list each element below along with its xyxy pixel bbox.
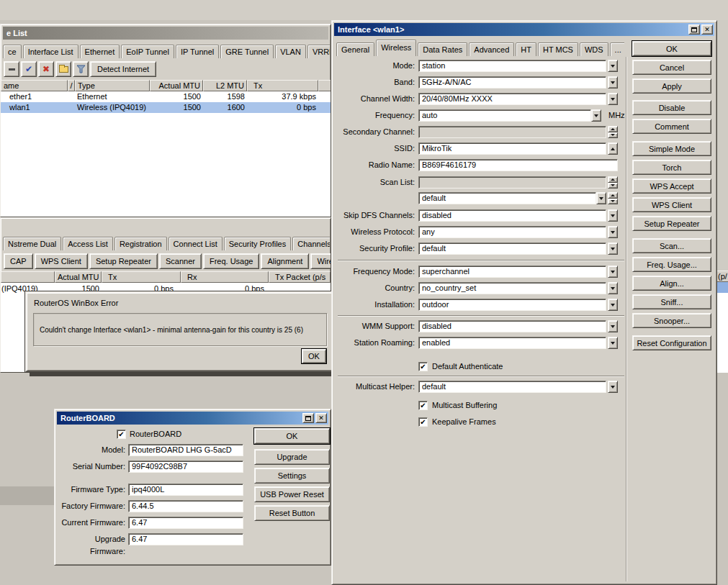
- scanner-button[interactable]: Scanner: [159, 253, 202, 269]
- secondary-channel-input[interactable]: [418, 126, 606, 138]
- tab-ht-mcs[interactable]: HT MCS: [538, 42, 578, 56]
- torch-button[interactable]: Torch: [632, 160, 711, 175]
- tab-interface[interactable]: ce: [3, 45, 22, 58]
- ssid-collapse-button[interactable]: [608, 142, 618, 155]
- setup-repeater-button[interactable]: Setup Repeater: [89, 253, 158, 269]
- security-profile-dropdown-button[interactable]: [608, 242, 618, 255]
- security-profile-input[interactable]: default: [418, 242, 606, 255]
- serial-number-field[interactable]: 99F4092C98B7: [128, 461, 243, 473]
- radio-name-input[interactable]: B869F4616179: [418, 159, 618, 171]
- wps-accept-button[interactable]: WPS Accept: [632, 178, 711, 194]
- tab-interface-list[interactable]: Interface List: [23, 45, 78, 58]
- error-ok-button[interactable]: OK: [302, 349, 326, 363]
- freq-usage-button[interactable]: Freq. Usage: [203, 253, 260, 269]
- routerboard-checkbox[interactable]: ✔: [117, 430, 126, 439]
- maximize-button[interactable]: [302, 413, 314, 423]
- table-row-wlan1-selected[interactable]: wlan1 Wireless (IPQ4019) 1500 1600 0 bps: [1, 102, 331, 113]
- wmm-support-dropdown-button[interactable]: [608, 320, 618, 332]
- keepalive-frames-checkbox[interactable]: ✔: [418, 417, 428, 427]
- factory-firmware-field[interactable]: 6.44.5: [128, 500, 243, 512]
- installation-input[interactable]: outdoor: [418, 299, 606, 311]
- column-header-tx[interactable]: Tx: [247, 80, 318, 91]
- tab-ht[interactable]: HT: [516, 42, 536, 56]
- spin-up-button[interactable]: [608, 192, 618, 199]
- frequency-input[interactable]: auto: [418, 109, 591, 122]
- column-header-l2-mtu[interactable]: L2 MTU: [203, 80, 247, 91]
- default-authenticate-checkbox[interactable]: ✔: [418, 362, 428, 371]
- cap-button[interactable]: CAP: [4, 253, 33, 269]
- column-header-type[interactable]: Type: [75, 80, 150, 91]
- frequency-dropdown-button[interactable]: [591, 109, 601, 122]
- tab-channels[interactable]: Channels: [292, 237, 330, 250]
- country-dropdown-button[interactable]: [608, 282, 618, 294]
- wireless-protocol-dropdown-button[interactable]: [608, 226, 618, 238]
- tab-more[interactable]: ...: [610, 42, 624, 56]
- wps-client-button[interactable]: WPS Client: [632, 197, 711, 212]
- tab-registration[interactable]: Registration: [114, 237, 167, 250]
- table-row-ether1[interactable]: ether1 Ethernet 1500 1598 37.9 kbps: [1, 91, 331, 102]
- spin-down-button[interactable]: [608, 183, 618, 189]
- installation-dropdown-button[interactable]: [608, 299, 618, 311]
- snooper-button[interactable]: Snooper...: [632, 313, 711, 328]
- tab-ip-tunnel[interactable]: IP Tunnel: [176, 45, 219, 58]
- detect-internet-button[interactable]: Detect Internet: [90, 61, 156, 77]
- align-button[interactable]: Align...: [632, 276, 711, 291]
- band-input[interactable]: 5GHz-A/N/AC: [418, 76, 606, 89]
- tab-ethernet[interactable]: Ethernet: [80, 45, 120, 58]
- current-firmware-field[interactable]: 6.47: [128, 517, 243, 529]
- freq-usage-button[interactable]: Freq. Usage...: [632, 257, 711, 272]
- tab-nstreme-dual[interactable]: Nstreme Dual: [3, 237, 61, 250]
- multicast-helper-dropdown-button[interactable]: [608, 381, 618, 393]
- comment-button[interactable]: Comment: [632, 119, 711, 134]
- spin-down-button[interactable]: [608, 199, 618, 205]
- wireless-protocol-input[interactable]: any: [418, 226, 606, 238]
- column-header-actual-mtu[interactable]: Actual MTU: [150, 80, 203, 91]
- wlan-titlebar[interactable]: Interface <wlan1> ✕: [334, 23, 714, 36]
- reset-button-button[interactable]: Reset Button: [254, 505, 330, 521]
- tab-access-list[interactable]: Access List: [63, 237, 113, 250]
- scan-button[interactable]: Scan...: [632, 238, 711, 253]
- reset-configuration-button[interactable]: Reset Configuration: [632, 335, 711, 350]
- close-button[interactable]: ✕: [315, 413, 327, 423]
- routerboard-ok-button[interactable]: OK: [254, 428, 330, 444]
- model-field[interactable]: RouterBOARD LHG G-5acD: [128, 444, 243, 456]
- remove-button[interactable]: [4, 61, 19, 77]
- country-input[interactable]: no_country_set: [418, 282, 606, 294]
- column-header-name[interactable]: ame: [1, 80, 68, 91]
- skip-dfs-channels-dropdown-button[interactable]: [608, 209, 618, 222]
- wireless-sniffer-button[interactable]: Wirele: [310, 253, 331, 269]
- column-header-tx[interactable]: Tx: [102, 271, 181, 283]
- channel-width-input[interactable]: 20/40/80MHz XXXX: [418, 93, 606, 105]
- usb-power-reset-button[interactable]: USB Power Reset: [254, 486, 330, 502]
- scan-list-entry-input[interactable]: default: [418, 192, 596, 204]
- spin-up-button[interactable]: [608, 126, 618, 132]
- tab-advanced[interactable]: Advanced: [469, 42, 514, 56]
- enable-button[interactable]: ✔: [21, 61, 37, 77]
- comment-button[interactable]: [55, 61, 71, 77]
- cancel-button[interactable]: Cancel: [632, 60, 711, 75]
- mode-dropdown-button[interactable]: [608, 60, 618, 72]
- tab-eoip-tunnel[interactable]: EoIP Tunnel: [121, 45, 174, 58]
- tab-vrrp[interactable]: VRRP: [307, 45, 330, 58]
- skip-dfs-channels-input[interactable]: disabled: [418, 209, 606, 222]
- routerboard-titlebar[interactable]: RouterBOARD ✕: [57, 412, 328, 425]
- frequency-mode-dropdown-button[interactable]: [608, 266, 618, 278]
- band-dropdown-button[interactable]: [608, 76, 618, 89]
- column-header-tx-packet[interactable]: Tx Packet (p/s: [269, 271, 331, 283]
- alignment-button[interactable]: Alignment: [261, 253, 309, 269]
- frequency-mode-input[interactable]: superchannel: [418, 266, 606, 278]
- multicast-helper-input[interactable]: default: [418, 381, 606, 393]
- firmware-type-field[interactable]: ipq4000L: [128, 484, 243, 496]
- column-header-actual-mtu[interactable]: Actual MTU: [55, 271, 102, 283]
- close-button[interactable]: ✕: [701, 24, 713, 35]
- spin-down-button[interactable]: [608, 132, 618, 139]
- disable-button[interactable]: Disable: [632, 100, 711, 115]
- spin-up-button[interactable]: [608, 176, 618, 183]
- tab-vlan[interactable]: VLAN: [275, 45, 306, 58]
- tab-gre-tunnel[interactable]: GRE Tunnel: [220, 45, 274, 58]
- station-roaming-input[interactable]: enabled: [418, 337, 606, 349]
- interface-list-titlebar[interactable]: e List: [3, 27, 328, 40]
- tab-general[interactable]: General: [336, 42, 374, 56]
- upgrade-firmware-field[interactable]: 6.47: [128, 533, 243, 545]
- tab-security-profiles[interactable]: Security Profiles: [224, 237, 291, 250]
